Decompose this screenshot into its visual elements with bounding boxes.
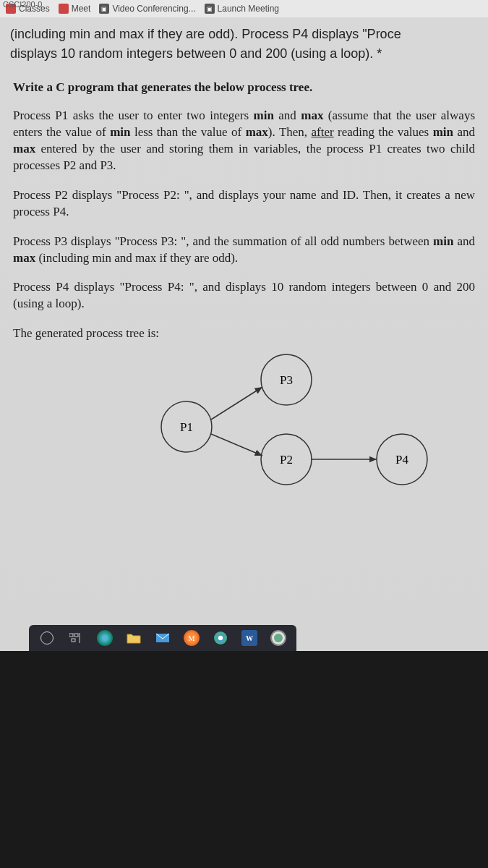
tab-label: Launch Meeting: [218, 4, 279, 14]
node-p1-label: P1: [180, 420, 193, 434]
paragraph-p1: Process P1 asks the user to enter two in…: [13, 108, 475, 174]
node-p2-label: P2: [280, 453, 293, 467]
word-icon[interactable]: W: [241, 630, 257, 646]
paragraph-p2: Process P2 displays "Process P2: ", and …: [13, 187, 475, 221]
chrome-icon[interactable]: [213, 630, 228, 646]
windows-taskbar: M W: [29, 625, 296, 651]
browser-tab-strip: Classes Meet ▣ Video Conferencing... ▣ L…: [0, 0, 488, 17]
question-content: Write a C program that generates the bel…: [0, 69, 488, 503]
screen-area: CSCI200-0 Classes Meet ▣ Video Conferenc…: [0, 0, 488, 651]
node-p4-label: P4: [395, 453, 408, 467]
tab-launch-meeting[interactable]: ▣ Launch Meeting: [205, 4, 279, 14]
tab-meet[interactable]: Meet: [59, 4, 91, 14]
svg-line-1: [211, 434, 262, 456]
paragraph-p4: Process P4 displays "Process P4: ", and …: [13, 279, 475, 312]
svg-rect-7: [69, 634, 73, 637]
app-icon[interactable]: [270, 630, 286, 646]
below-screen-area: [0, 651, 488, 868]
task-view-icon[interactable]: [68, 630, 84, 646]
mail-icon[interactable]: [155, 630, 171, 646]
process-tree-diagram: P1 P3 P2 P4: [114, 351, 447, 488]
tab-label: Video Conferencing...: [112, 4, 195, 14]
svg-rect-8: [74, 634, 78, 637]
node-p3-label: P3: [280, 373, 293, 387]
question-intro: Write a C program that generates the bel…: [13, 80, 475, 96]
tree-caption: The generated process tree is:: [13, 326, 475, 342]
cortana-icon[interactable]: M: [184, 630, 200, 646]
meet-icon: [59, 4, 69, 14]
camera-icon: ▣: [205, 4, 215, 14]
file-explorer-icon[interactable]: [126, 630, 142, 646]
camera-icon: ▣: [99, 4, 109, 14]
svg-point-14: [218, 636, 223, 640]
edge-icon[interactable]: [97, 630, 113, 646]
paragraph-p3: Process P3 displays "Process P3: ", and …: [13, 234, 475, 267]
svg-point-16: [274, 634, 283, 642]
start-icon[interactable]: [39, 630, 55, 646]
tab-video-conferencing[interactable]: ▣ Video Conferencing...: [99, 4, 195, 14]
page-id-fragment: CSCI200-0: [3, 0, 42, 9]
svg-rect-9: [72, 639, 75, 642]
truncated-question-text: (including min and max if they are odd).…: [0, 17, 488, 69]
svg-line-0: [211, 387, 262, 420]
tab-label: Meet: [72, 4, 91, 14]
